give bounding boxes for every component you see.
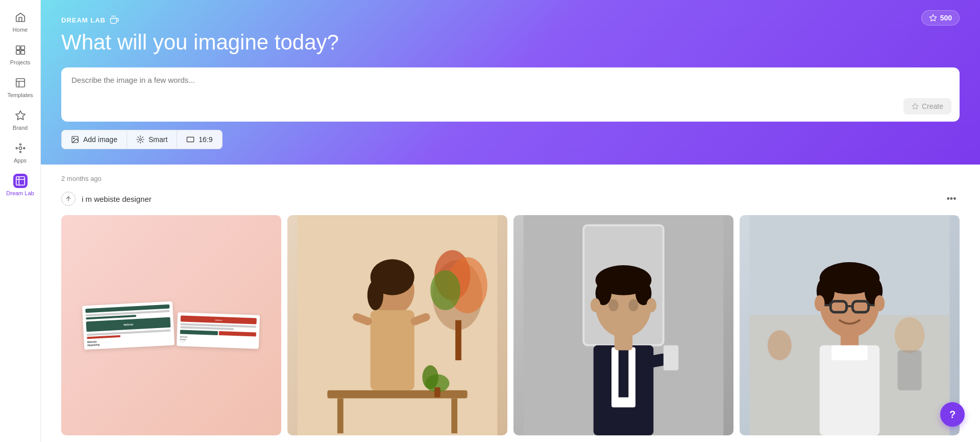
projects-icon [13, 43, 28, 57]
svg-point-11 [16, 148, 17, 149]
toolbar: Add image Smart 16:9 [61, 130, 960, 149]
more-options-button[interactable]: ••• [943, 191, 960, 207]
header-area: 500 DREAM LAB What will you imagine toda… [41, 0, 980, 165]
sidebar-item-projects[interactable]: Projects [0, 38, 40, 71]
svg-rect-21 [187, 137, 194, 142]
svg-rect-60 [898, 351, 922, 390]
create-button[interactable]: Create [903, 98, 951, 114]
home-icon [13, 10, 28, 25]
dream-lab-icon [13, 174, 28, 188]
sidebar-item-home[interactable]: Home [0, 5, 40, 38]
svg-rect-56 [664, 345, 678, 370]
sidebar-item-templates[interactable]: Templates [0, 71, 40, 103]
sidebar-item-apps-label: Apps [14, 157, 27, 164]
svg-rect-3 [20, 51, 24, 54]
svg-point-12 [23, 148, 24, 149]
sidebar-item-brand-label: Brand [13, 125, 28, 131]
sidebar-item-dream-lab-label: Dream Lab [6, 190, 34, 196]
add-image-button[interactable]: Add image [61, 130, 127, 149]
dream-lab-header-label: DREAM LAB [61, 15, 960, 25]
svg-point-59 [895, 317, 925, 354]
sidebar-item-projects-label: Projects [10, 59, 31, 65]
svg-point-10 [19, 151, 21, 153]
credits-value: 500 [940, 14, 952, 22]
prompt-container: Create [61, 67, 960, 122]
main-content: 500 DREAM LAB What will you imagine toda… [41, 0, 980, 442]
svg-point-61 [768, 331, 792, 361]
ratio-label: 16:9 [199, 135, 212, 144]
svg-point-19 [74, 138, 75, 139]
prompt-input[interactable] [71, 76, 949, 111]
svg-rect-75 [831, 345, 868, 360]
ratio-button[interactable]: 16:9 [177, 130, 222, 149]
content-area: 2 months ago i m webiste designer ••• [41, 165, 980, 442]
svg-rect-45 [619, 347, 629, 398]
svg-marker-17 [912, 104, 918, 109]
svg-rect-30 [371, 311, 414, 391]
image-card-1[interactable]: Website WebsiteAppealing Website [61, 215, 281, 435]
svg-rect-40 [434, 387, 440, 398]
svg-point-27 [430, 270, 460, 310]
svg-rect-28 [455, 320, 461, 360]
image-grid: Website WebsiteAppealing Website [61, 215, 960, 435]
svg-point-8 [19, 147, 22, 150]
person-plant-scene [287, 215, 507, 435]
smart-label: Smart [149, 135, 167, 144]
man-suit-scene [513, 215, 733, 435]
prompt-row-left: i m webiste designer [61, 192, 152, 206]
svg-rect-2 [16, 51, 19, 54]
image-card-2[interactable] [287, 215, 507, 435]
dream-lab-title: DREAM LAB [61, 16, 106, 24]
svg-point-20 [139, 138, 141, 141]
svg-point-52 [628, 299, 639, 312]
svg-point-54 [647, 298, 657, 312]
svg-point-39 [422, 365, 438, 389]
prompt-arrow-icon[interactable] [61, 192, 76, 206]
add-image-label: Add image [83, 135, 117, 144]
smart-button[interactable]: Smart [127, 130, 177, 149]
svg-rect-0 [16, 46, 19, 50]
page-title: What will you imagine today? [61, 30, 960, 55]
svg-marker-13 [929, 14, 936, 21]
svg-point-73 [815, 295, 825, 311]
sidebar-item-home-label: Home [13, 27, 28, 33]
svg-point-32 [368, 281, 383, 311]
svg-point-51 [608, 299, 619, 312]
create-label: Create [922, 102, 943, 110]
sidebar-item-apps[interactable]: Apps [0, 136, 40, 169]
sidebar-item-dream-lab[interactable]: Dream Lab [0, 169, 40, 201]
image-card-3[interactable] [513, 215, 733, 435]
sidebar-item-brand[interactable]: Brand [0, 103, 40, 136]
more-options-icon: ••• [947, 194, 957, 204]
svg-rect-4 [16, 79, 24, 87]
credits-badge[interactable]: 500 [921, 10, 960, 26]
svg-rect-1 [20, 46, 24, 50]
svg-point-9 [19, 144, 21, 145]
prompt-row: i m webiste designer ••• [61, 191, 960, 207]
sidebar: Home Projects Templates Brand Apps Dream… [0, 0, 41, 442]
apps-icon [13, 141, 28, 155]
svg-rect-37 [451, 399, 457, 434]
prompt-history-text: i m webiste designer [82, 195, 152, 203]
svg-marker-7 [15, 111, 24, 120]
mockup-design: Website WebsiteAppealing Website [83, 237, 259, 413]
sidebar-item-templates-label: Templates [7, 92, 33, 98]
help-icon: ? [949, 409, 955, 421]
svg-rect-35 [327, 390, 467, 399]
brand-icon [13, 108, 28, 123]
history-timestamp: 2 months ago [61, 175, 960, 182]
svg-rect-36 [337, 399, 344, 434]
help-button[interactable]: ? [940, 402, 965, 427]
image-card-4[interactable] [740, 215, 960, 435]
man-glasses-scene [740, 215, 960, 435]
svg-point-53 [591, 298, 601, 312]
templates-icon [13, 76, 28, 90]
svg-point-74 [874, 295, 885, 311]
